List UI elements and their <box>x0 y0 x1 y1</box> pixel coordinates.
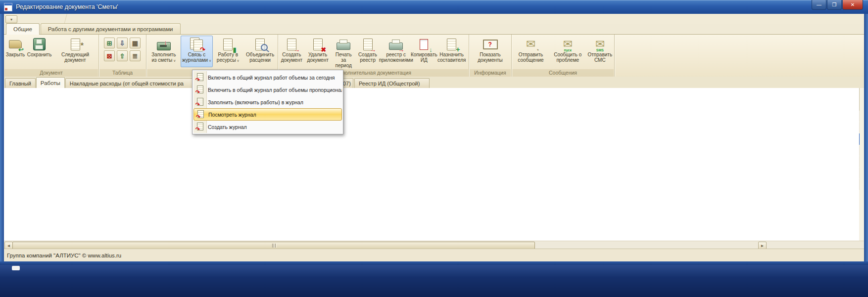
minimize-icon[interactable]: — <box>812 0 826 10</box>
fit-column-button[interactable]: ⇩ <box>117 38 128 48</box>
menu-item-label-2: Заполнить (включить работы) в журнал <box>208 99 303 105</box>
menu-item-0[interactable]: ↷Включить в общий журнал работ объемы за… <box>193 71 342 84</box>
work-to-resources-icon: ▮ <box>220 37 236 52</box>
ribbon-group-4: ?Показать документыИнформация <box>469 35 512 77</box>
row-list-icon: ≣ <box>133 53 138 59</box>
close-icon[interactable]: ✕ <box>842 0 863 10</box>
ribbon-seam <box>62 14 71 24</box>
doc-tab-4[interactable]: Реестр ИД (Общестрой) <box>354 78 430 88</box>
journal-entry-icon: ↷ <box>196 98 204 107</box>
window-border-right <box>864 14 868 261</box>
work-to-resources-button[interactable]: ▮Работу в ресурсы∨ <box>213 36 243 67</box>
merge-rates-button-label: Объединить расценки <box>244 52 276 63</box>
menu-item-label-4: Создать журнал <box>208 124 247 130</box>
copy-id-button-label: Копировать ИД <box>411 52 437 63</box>
horizontal-scrollbar: ◄ ► <box>4 241 864 249</box>
ribbon-group-label-0: Документ <box>4 69 98 77</box>
registry-attachments-icon: → <box>388 37 404 52</box>
create-registry-button[interactable]: →Создать реестр <box>356 36 379 67</box>
screen: Редактирование документа 'Сметы' — ❒ ✕ ▾… <box>0 0 868 297</box>
journal-link-button[interactable]: ↷Связь с журналами∨ <box>181 36 213 67</box>
menu-item-2[interactable]: ↷Заполнить (включить работы) в журнал <box>193 96 342 108</box>
create-document-button[interactable]: →Создать документ <box>279 36 305 67</box>
fill-from-estimate-icon: ↓ <box>156 37 172 52</box>
journal-entry-icon: ↷ <box>196 85 204 94</box>
ribbon-group-label-4: Информация <box>470 69 511 77</box>
save-icon <box>32 37 48 52</box>
scrollbar-corner <box>767 241 864 249</box>
journal-entry-icon: ↷ <box>196 110 204 119</box>
status-text: Группа компаний "АЛТИУС" © www.altius.ru <box>7 253 121 258</box>
send-sms-button[interactable]: ✉SMSОтправить СМС <box>586 36 614 67</box>
show-documents-button[interactable]: ?Показать документы <box>470 36 511 67</box>
save-button[interactable]: Сохранить <box>26 36 52 67</box>
work-to-resources-button-label: Работу в ресурсы∨ <box>214 52 241 63</box>
delete-document-button[interactable]: ✖Удалить документ <box>305 36 331 67</box>
window-controls: — ❒ ✕ <box>811 0 863 10</box>
row-list-button[interactable]: ≣ <box>130 50 141 61</box>
journal-link-icon: ↷ <box>189 37 205 52</box>
ribbon-group-label-1: Таблица <box>99 69 145 77</box>
send-sms-button-label: Отправить СМС <box>588 52 613 63</box>
report-problem-icon: ✉пуск <box>560 37 576 52</box>
journal-link-menu: ↷Включить в общий журнал работ объемы за… <box>192 70 343 134</box>
send-message-button[interactable]: ✉◔Отправить сообщение <box>512 36 549 67</box>
print-period-button[interactable]: Печать за период <box>331 36 356 67</box>
ribbon-customize-icon[interactable]: ▾ <box>5 15 17 23</box>
assign-author-icon: + <box>444 37 460 52</box>
menu-item-3[interactable]: ↷Посмотреть журнал <box>193 108 342 121</box>
ribbon-tab-1[interactable]: Работа с другими документами и программа… <box>41 23 181 34</box>
report-problem-button-label: Сообщить о проблеме <box>551 52 585 63</box>
assign-author-button[interactable]: +Назначить составителя <box>435 36 468 67</box>
send-sms-icon: ✉SMS <box>592 37 608 52</box>
chevron-down-icon: ∨ <box>237 59 240 62</box>
maximize-icon[interactable]: ❒ <box>827 0 842 10</box>
export-row-icon: ⇧ <box>120 53 125 59</box>
table-settings-button[interactable]: ▦ <box>130 38 141 48</box>
status-bar: Группа компаний "АЛТИУС" © www.altius.ru <box>4 249 864 261</box>
table-settings-icon: ▦ <box>132 40 138 46</box>
menu-item-4[interactable]: ↷Создать журнал <box>193 121 342 133</box>
journal-entry-icon: ↷ <box>196 73 204 82</box>
ribbon: ↩ЗакрытьСохранить*Следующий документДоку… <box>4 35 864 77</box>
show-documents-icon: ? <box>482 37 498 52</box>
delete-document-button-label: Удалить документ <box>306 52 330 63</box>
window-border-bottom <box>0 261 868 265</box>
registry-attachments-button-label: реестр с приложениями <box>379 52 413 63</box>
doc-tab-1[interactable]: Работы <box>36 77 65 88</box>
ribbon-tab-0[interactable]: Общие <box>6 23 40 35</box>
worksheet-area: СметаДля исполнительной док-цииКоличеств… <box>4 88 864 241</box>
merge-rates-button[interactable]: Объединить расценки <box>243 36 277 67</box>
copy-id-button[interactable]: ↓Копировать ИД <box>413 36 435 67</box>
taskbar-item[interactable] <box>12 266 20 270</box>
delete-row-button[interactable]: ⊠ <box>104 50 115 61</box>
grid-background <box>4 88 859 241</box>
taskbar <box>0 265 868 297</box>
assign-author-button-label: Назначить составителя <box>436 52 467 63</box>
next-document-button-label: Следующий документ <box>54 52 96 63</box>
insert-row-button[interactable]: ⊞ <box>104 38 115 48</box>
menu-item-label-0: Включить в общий журнал работ объемы за … <box>208 75 335 81</box>
show-documents-button-label: Показать документы <box>471 52 509 63</box>
close-document-button[interactable]: ↩Закрыть <box>4 36 26 67</box>
create-document-button-label: Создать документ <box>280 52 303 63</box>
delete-document-icon: ✖ <box>310 37 326 52</box>
titlebar: Редактирование документа 'Сметы' — ❒ ✕ <box>0 0 868 14</box>
menu-item-label-1: Включить в общий журнал работ объемы про… <box>208 87 342 93</box>
registry-attachments-button[interactable]: →реестр с приложениями <box>379 36 413 67</box>
fill-from-estimate-button[interactable]: ↓Заполнить из сметы∨ <box>147 36 181 67</box>
journal-entry-icon: ↷ <box>196 123 204 131</box>
delete-row-icon: ⊠ <box>107 53 112 59</box>
window-title: Редактирование документа 'Сметы' <box>16 3 118 10</box>
doc-tab-0[interactable]: Главный <box>5 78 36 88</box>
export-row-button[interactable]: ⇧ <box>117 50 128 61</box>
chevron-down-icon: ∨ <box>209 59 211 62</box>
app-icon <box>4 3 12 11</box>
menu-item-1[interactable]: ↷Включить в общий журнал работ объемы пр… <box>193 84 342 96</box>
quick-access-toolbar: ▾ <box>4 14 864 24</box>
create-registry-button-label: Создать реестр <box>358 52 378 63</box>
report-problem-button[interactable]: ✉пускСообщить о проблеме <box>549 36 586 67</box>
next-document-icon: * <box>67 37 83 52</box>
print-period-button-label: Печать за период <box>333 52 355 68</box>
next-document-button[interactable]: *Следующий документ <box>52 36 98 67</box>
